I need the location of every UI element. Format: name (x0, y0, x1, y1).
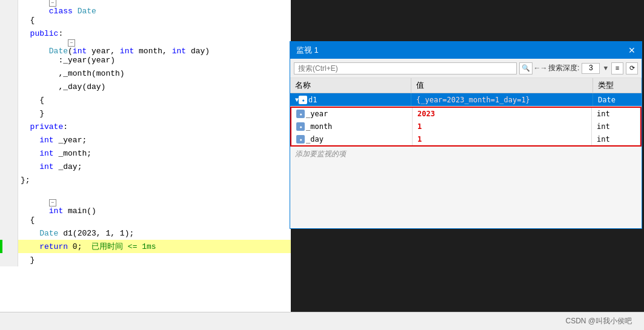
var-icon-day: ⬥ (296, 135, 305, 144)
watch-search-bar: 🔍 ← → 搜索深度: 3 ▼ ≡ ⟳ (290, 59, 642, 78)
watch-add-row[interactable]: 添加要监视的项 (290, 147, 642, 162)
depth-value[interactable]: 3 (582, 63, 600, 74)
line-gutter-9 (0, 107, 18, 120)
watch-table-header: 名称 值 类型 (290, 78, 642, 93)
line-gutter-7 (0, 80, 18, 93)
exec-indicator (0, 240, 2, 253)
code-editor: − class Date { public: − Date(int year, … (0, 0, 291, 330)
line-content-14: }; (18, 176, 30, 185)
watch-row-year-name: ⬥ _year (291, 108, 413, 120)
day-value: 1 (417, 135, 422, 144)
watch-row-year-type: int (592, 108, 640, 120)
code-line-5: :_year(year) (0, 53, 291, 67)
month-value: 1 (417, 122, 422, 131)
line-gutter-19 (0, 240, 18, 253)
line-gutter-2 (0, 13, 18, 27)
code-line-16: − int main() (0, 200, 291, 213)
watch-panel: 监视 1 ✕ 🔍 ← → 搜索深度: 3 ▼ ≡ ⟳ 名称 值 类型 ▼ ⬥ d… (290, 41, 642, 229)
d1-label: d1 (308, 96, 317, 104)
watch-refresh-icon[interactable]: ⟳ (626, 62, 638, 74)
line-gutter-6 (0, 67, 18, 80)
line-gutter-14 (0, 173, 18, 186)
code-line-12: int _month; (0, 147, 291, 160)
line-gutter-15 (0, 186, 18, 200)
watch-row-day-name: ⬥ _day (291, 133, 413, 145)
day-label: _day (306, 135, 324, 144)
watch-row-day[interactable]: ⬥ _day 1 int (290, 133, 642, 147)
line-gutter-3 (0, 27, 18, 40)
line-content-5: :_year(year) (18, 56, 115, 65)
watch-row-d1-type: Date (593, 93, 642, 106)
line-content-8: { (18, 96, 44, 105)
code-line-6: ,_month(month) (0, 67, 291, 80)
code-line-7: ,_day(day) (0, 80, 291, 93)
watch-row-month-value: 1 (413, 120, 592, 133)
watch-row-d1-value: {_year=2023_month=1_day=1} (411, 93, 593, 106)
line-content-6: ,_month(month) (18, 69, 125, 78)
line-gutter-4 (0, 40, 18, 53)
code-line-13: int _day; (0, 160, 291, 173)
year-value: 2023 (417, 110, 435, 118)
code-line-10: private: (0, 120, 291, 133)
watch-settings-icon[interactable]: ≡ (611, 62, 623, 74)
watch-row-day-value: 1 (413, 133, 592, 145)
code-line-19: return 0; 已用时间 <= 1ms (0, 240, 291, 253)
line-gutter-13 (0, 160, 18, 173)
line-gutter-11 (0, 133, 18, 147)
line-content-11: int _year; (18, 136, 87, 145)
search-icon: 🔍 (522, 64, 530, 72)
depth-label: 搜索深度: (548, 63, 579, 73)
code-line-11: int _year; (0, 133, 291, 147)
line-content-12: int _month; (18, 149, 91, 158)
line-gutter-5 (0, 53, 18, 67)
code-line-8: { (0, 93, 291, 107)
nav-back-icon[interactable]: ← (535, 64, 539, 73)
code-line-17: { (0, 213, 291, 226)
d1-value: {_year=2023_month=1_day=1} (416, 96, 530, 104)
line-gutter-10 (0, 120, 18, 133)
line-content-9: } (18, 109, 44, 118)
collapse-4[interactable]: − (68, 39, 75, 47)
watch-row-d1[interactable]: ▼ ⬥ d1 {_year=2023_month=1_day=1} Date (290, 93, 642, 107)
col-name-header: 名称 (290, 78, 411, 93)
collapse-16[interactable]: − (49, 199, 56, 206)
code-line-9: } (0, 107, 291, 120)
watch-title: 监视 1 (296, 45, 319, 56)
var-icon-year: ⬥ (296, 110, 305, 118)
line-content-10: private: (18, 122, 68, 131)
line-gutter-20 (0, 253, 18, 266)
line-gutter-18 (0, 226, 18, 240)
line-content-19: return 0; 已用时间 <= 1ms (18, 241, 156, 252)
watch-search-button[interactable]: 🔍 (519, 62, 533, 74)
watch-row-year[interactable]: ⬥ _year 2023 int (290, 107, 642, 120)
watch-row-month[interactable]: ⬥ _month 1 int (290, 120, 642, 133)
line-gutter-16 (0, 200, 18, 213)
code-line-2: { (0, 13, 291, 27)
watch-row-month-name: ⬥ _month (291, 120, 413, 133)
code-line-20: } (0, 253, 291, 266)
watch-close-icon[interactable]: ✕ (628, 45, 636, 55)
line-content-2: { (18, 16, 35, 25)
var-icon-month: ⬥ (296, 122, 305, 131)
line-content-13: int _day; (18, 162, 82, 171)
col-value-header: 值 (411, 78, 593, 93)
year-label: _year (306, 110, 328, 118)
watch-row-month-type: int (592, 120, 640, 133)
line-gutter-17 (0, 213, 18, 226)
bottom-bar: CSDN @叫我小侯吧 (0, 312, 644, 330)
collapse-1[interactable]: − (49, 0, 56, 7)
code-line-4: − Date(int year, int month, int day) (0, 40, 291, 53)
line-content-17: { (18, 216, 35, 225)
col-type-header: 类型 (593, 78, 642, 93)
watch-row-day-type: int (592, 133, 640, 145)
line-gutter-8 (0, 93, 18, 107)
line-content-20: } (18, 256, 35, 265)
nav-forward-icon[interactable]: → (542, 64, 546, 73)
var-icon-d1: ⬥ (299, 96, 307, 104)
watch-search-input[interactable] (294, 62, 517, 74)
code-line-1: − class Date (0, 0, 291, 13)
watch-row-d1-name: ▼ ⬥ d1 (290, 93, 411, 106)
line-gutter-1 (0, 0, 18, 13)
depth-down-icon[interactable]: ▼ (603, 65, 608, 72)
add-item-label: 添加要监视的项 (295, 150, 346, 158)
